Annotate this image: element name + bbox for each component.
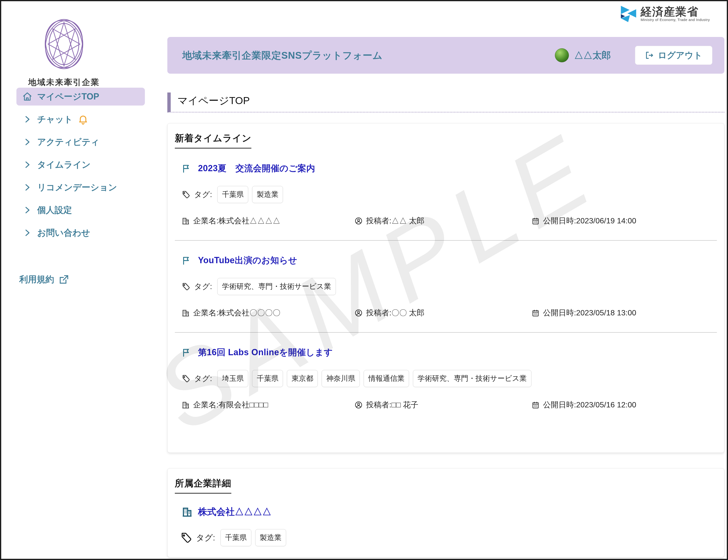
logout-icon xyxy=(645,51,654,60)
tag-chip[interactable]: 製造業 xyxy=(255,529,286,546)
user-name: △△太郎 xyxy=(574,49,611,62)
poster-value: □□ 花子 xyxy=(391,400,418,409)
tag-icon xyxy=(180,532,192,544)
sidebar-item-label: リコメンデーション xyxy=(37,182,117,193)
person-icon xyxy=(354,309,363,317)
tag-icon xyxy=(182,282,190,291)
chevron-right-icon xyxy=(22,138,33,146)
post-divider xyxy=(175,332,717,333)
post-title-link[interactable]: 2023夏 交流会開催のご案内 xyxy=(198,163,315,174)
sidebar-item-label: アクティビティ xyxy=(37,136,99,148)
tag-label: タグ: xyxy=(194,373,212,384)
tag-label: タグ: xyxy=(194,281,212,292)
sidebar-item-chat[interactable]: チャット xyxy=(16,110,145,128)
published-label: 公開日時: xyxy=(543,216,576,225)
company-section-heading: 所属企業詳細 xyxy=(175,477,231,494)
tag-chip[interactable]: 千葉県 xyxy=(217,186,248,203)
logout-button[interactable]: ログアウト xyxy=(635,46,712,65)
calendar-icon xyxy=(531,217,540,225)
sidebar-item-contact[interactable]: お問い合わせ xyxy=(16,224,145,242)
company-value: 有限会社□□□□ xyxy=(219,400,268,409)
post-title-link[interactable]: 第16回 Labs Onlineを開催します xyxy=(198,347,333,358)
sidebar-item-activity[interactable]: アクティビティ xyxy=(16,133,145,151)
sidebar-item-timeline[interactable]: タイムライン xyxy=(16,156,145,174)
building-icon xyxy=(182,309,190,317)
service-logo-label: 地域未来牽引企業 xyxy=(25,77,103,88)
published-value: 2023/06/19 14:00 xyxy=(576,216,636,225)
tag-label: タグ: xyxy=(194,189,212,200)
published-value: 2023/05/16 12:00 xyxy=(576,400,636,409)
page-title: マイページTOP xyxy=(167,92,724,113)
poster-value: △△ 太郎 xyxy=(391,216,424,225)
meti-subtitle: Ministry of Economy, Trade and Industry xyxy=(641,18,710,22)
tag-chip[interactable]: 学術研究、専門・技術サービス業 xyxy=(217,278,336,295)
home-icon xyxy=(22,91,33,102)
header-bar: 地域未来牽引企業限定SNSプラットフォーム △△太郎 ログアウト xyxy=(167,37,724,74)
meti-name: 経済産業省 xyxy=(641,6,710,17)
published-label: 公開日時: xyxy=(543,400,576,409)
timeline-heading: 新着タイムライン xyxy=(175,132,251,149)
chevron-right-icon xyxy=(22,161,33,169)
sidebar-item-label: チャット xyxy=(37,113,73,125)
tag-chip[interactable]: 東京都 xyxy=(287,370,318,387)
external-link-icon xyxy=(58,274,69,285)
timeline-post: YouTube出演のお知らせ タグ: 学術研究、専門・技術サービス業 企業名:株… xyxy=(175,255,717,318)
sidebar-item-label: タイムライン xyxy=(37,159,91,171)
company-detail-card: 所属企業詳細 株式会社△△△△ タグ: 千葉県 製造 xyxy=(167,468,724,557)
user-avatar[interactable] xyxy=(555,48,569,62)
sidebar-item-mypage-top[interactable]: マイページTOP xyxy=(16,88,145,106)
service-logo: 地域未来牽引企業 xyxy=(25,13,103,88)
chevron-right-icon xyxy=(22,115,33,123)
main-content: マイページTOP 新着タイムライン 2023夏 交流会開催のご案内 タグ: 千葉… xyxy=(167,92,724,557)
poster-label: 投稿者: xyxy=(366,308,391,317)
terms-label: 利用規約 xyxy=(19,274,54,285)
meti-mark-icon xyxy=(620,5,637,22)
sidebar-item-label: お問い合わせ xyxy=(37,227,90,239)
flag-icon xyxy=(182,348,191,357)
published-label: 公開日時: xyxy=(543,308,576,317)
company-label: 企業名: xyxy=(193,400,219,409)
flag-icon xyxy=(182,256,191,265)
sidebar-item-recommendation[interactable]: リコメンデーション xyxy=(16,178,145,196)
app-title: 地域未来牽引企業限定SNSプラットフォーム xyxy=(182,49,383,62)
tag-chip[interactable]: 千葉県 xyxy=(220,529,251,546)
person-icon xyxy=(354,217,363,225)
timeline-post: 第16回 Labs Onlineを開催します タグ: 埼玉県 千葉県 東京都 神… xyxy=(175,347,717,410)
flag-icon xyxy=(182,164,191,173)
page: 地域未来牽引企業 経済産業省 Ministry of Economy, Trad… xyxy=(0,0,728,560)
sidebar-item-label: マイページTOP xyxy=(37,91,99,103)
logout-label: ログアウト xyxy=(658,50,702,61)
published-value: 2023/05/18 13:00 xyxy=(576,308,636,317)
timeline-card: 新着タイムライン 2023夏 交流会開催のご案内 タグ: 千葉県 製造業 xyxy=(167,123,724,453)
company-value: 株式会社〇〇〇〇 xyxy=(219,308,280,317)
sidebar-item-label: 個人設定 xyxy=(37,204,72,216)
tag-icon xyxy=(182,190,190,199)
building-icon xyxy=(182,506,193,517)
tag-chip[interactable]: 神奈川県 xyxy=(322,370,360,387)
timeline-post: 2023夏 交流会開催のご案内 タグ: 千葉県 製造業 企業名:株式会 xyxy=(175,163,717,226)
poster-value: 〇〇 太郎 xyxy=(391,308,424,317)
tag-chip[interactable]: 製造業 xyxy=(252,186,283,203)
chevron-right-icon xyxy=(22,183,33,191)
notification-bell-icon xyxy=(78,114,89,125)
calendar-icon xyxy=(531,309,540,317)
tag-chip[interactable]: 学術研究、専門・技術サービス業 xyxy=(413,370,531,387)
meti-logo: 経済産業省 Ministry of Economy, Trade and Ind… xyxy=(620,5,710,22)
sidebar: マイページTOP チャット アクティビティ タイムライン xyxy=(16,88,145,242)
sidebar-item-personal-settings[interactable]: 個人設定 xyxy=(16,201,145,219)
building-icon xyxy=(182,401,190,409)
company-label: 企業名: xyxy=(193,216,219,225)
chevron-right-icon xyxy=(22,229,33,237)
company-label: 企業名: xyxy=(193,308,219,317)
tag-chip[interactable]: 情報通信業 xyxy=(364,370,409,387)
company-value: 株式会社△△△△ xyxy=(219,216,280,225)
company-detail-link[interactable]: 株式会社△△△△ xyxy=(198,506,271,518)
post-title-link[interactable]: YouTube出演のお知らせ xyxy=(198,255,297,266)
tag-label: タグ: xyxy=(196,532,215,543)
building-icon xyxy=(182,217,190,225)
tag-chip[interactable]: 埼玉県 xyxy=(217,370,248,387)
tag-icon xyxy=(182,374,190,383)
poster-label: 投稿者: xyxy=(366,400,391,409)
terms-of-use-link[interactable]: 利用規約 xyxy=(19,274,69,285)
tag-chip[interactable]: 千葉県 xyxy=(252,370,283,387)
